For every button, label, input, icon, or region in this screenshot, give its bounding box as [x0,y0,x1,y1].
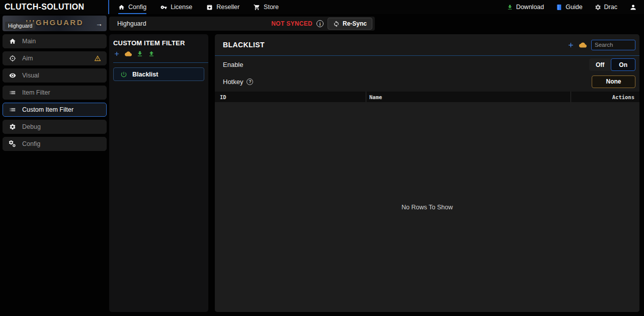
panels-row: CUSTOM ITEM FILTER Blacklist [109,34,644,312]
info-icon[interactable]: i [316,20,324,27]
app-window: CLUTCH-SOLUTION Config License Reseller … [0,0,644,316]
search-input[interactable] [591,40,635,50]
download-label: Download [516,4,544,11]
hotkey-bind-button[interactable]: None [592,75,635,88]
sidebar-item-label: Main [22,38,36,45]
sidebar-item-label: Item Filter [22,89,50,96]
enable-label: Enable [223,61,243,68]
hotkey-setting-row: Hotkey ? None [215,73,639,90]
sidebar-item-aim[interactable]: Aim [3,51,107,65]
filter-item-label: Blacklist [132,71,158,78]
table-body: No Rows To Show [215,102,639,312]
book-icon [556,4,562,11]
status-badge: NOT SYNCED [271,20,312,27]
arrow-right-icon: → [96,20,103,28]
gear-icon [9,123,16,130]
divider [113,62,208,63]
download-link[interactable]: Download [507,4,544,11]
warning-icon [94,55,101,62]
cloud-icon[interactable] [579,41,587,49]
sidebar-item-label: Visual [22,72,39,79]
download-icon [507,4,513,11]
power-icon [120,71,127,78]
tab-label: Store [264,4,279,11]
list-icon [9,89,16,96]
sidebar-item-visual[interactable]: Visual [3,68,107,83]
tab-label: Config [128,4,146,11]
resync-label: Re-Sync [343,20,367,27]
sidebar-item-label: Debug [22,123,41,130]
topbar: CLUTCH-SOLUTION Config License Reseller … [0,0,644,14]
top-nav: Config License Reseller Store [118,0,279,14]
crosshair-icon [9,55,16,62]
column-header-id[interactable]: ID [215,92,366,102]
list-icon [9,106,16,113]
sidebar-item-label: Aim [22,55,33,62]
hotkey-label-text: Hotkey [223,78,243,86]
panel-header: BLACKLIST [215,34,639,55]
table-header-row: ID Name Actions [215,92,639,102]
column-header-name[interactable]: Name [366,92,571,102]
account-label: Drac [604,4,617,11]
blacklist-table: ID Name Actions No Rows To Show [215,92,639,312]
sync-status-group: NOT SYNCED i Re-Sync [271,18,372,30]
enable-toggle: Off On [589,58,635,71]
sidebar-item-debug[interactable]: Debug [3,120,107,134]
sidebar-item-config[interactable]: Config [3,137,107,151]
key-icon [160,4,167,11]
guide-link[interactable]: Guide [556,4,582,11]
sidebar-item-label: Config [22,140,40,147]
topbar-right: Download Guide Drac [507,0,644,14]
column-header-actions[interactable]: Actions [571,92,639,102]
sidebar-item-item-filter[interactable]: Item Filter [3,86,107,100]
import-icon[interactable] [136,50,143,57]
eye-icon [9,72,16,79]
export-icon[interactable] [148,50,155,57]
breadcrumb: Highguard [117,20,146,27]
toggle-off-button[interactable]: Off [589,58,611,71]
cart-icon [254,4,260,11]
sidebar-item-label: Custom Item Filter [22,106,73,113]
refresh-icon [333,21,340,27]
panel-toolbar [567,40,635,50]
sidebar-item-custom-item-filter[interactable]: Custom Item Filter [3,103,107,117]
help-icon[interactable]: ? [247,78,253,85]
gear-icon [595,4,601,11]
home-icon [9,38,16,45]
guide-label: Guide [566,4,582,11]
breadcrumb-bar: Highguard NOT SYNCED i Re-Sync [109,17,375,31]
tab-label: License [171,4,192,11]
sidebar: HIGHGUARD Highguard → Main Aim Visual It… [0,14,109,316]
tab-license[interactable]: License [160,0,192,14]
panel-title: CUSTOM ITEM FILTER [113,39,204,47]
add-entry-icon[interactable] [567,41,575,49]
enable-setting-row: Enable Off On [215,56,639,73]
cloud-icon[interactable] [125,50,132,57]
tab-config[interactable]: Config [118,0,146,14]
sidebar-item-main[interactable]: Main [3,34,107,48]
box-icon [206,4,213,11]
account-link[interactable]: Drac [595,4,617,11]
gears-icon [9,140,16,147]
page-title: BLACKLIST [223,41,265,49]
blacklist-panel: BLACKLIST Enable Off On [215,34,639,312]
custom-item-filter-panel: CUSTOM ITEM FILTER Blacklist [109,34,208,312]
tab-label: Reseller [216,4,239,11]
filter-list-item-blacklist[interactable]: Blacklist [113,67,204,81]
home-icon [118,4,125,11]
game-banner[interactable]: HIGHGUARD Highguard → [3,16,107,31]
banner-badge: Highguard [5,22,35,30]
content-area: Highguard NOT SYNCED i Re-Sync CUSTOM IT… [109,14,644,316]
empty-state-message: No Rows To Show [401,204,453,211]
toggle-on-button[interactable]: On [611,58,635,71]
filter-toolbar [113,50,204,57]
add-filter-icon[interactable] [113,50,120,57]
tab-store[interactable]: Store [254,0,279,14]
brand-logo: CLUTCH-SOLUTION [0,0,109,14]
tab-reseller[interactable]: Reseller [206,0,239,14]
user-icon[interactable] [629,4,637,11]
hotkey-label: Hotkey ? [223,78,253,86]
resync-button[interactable]: Re-Sync [328,18,372,30]
